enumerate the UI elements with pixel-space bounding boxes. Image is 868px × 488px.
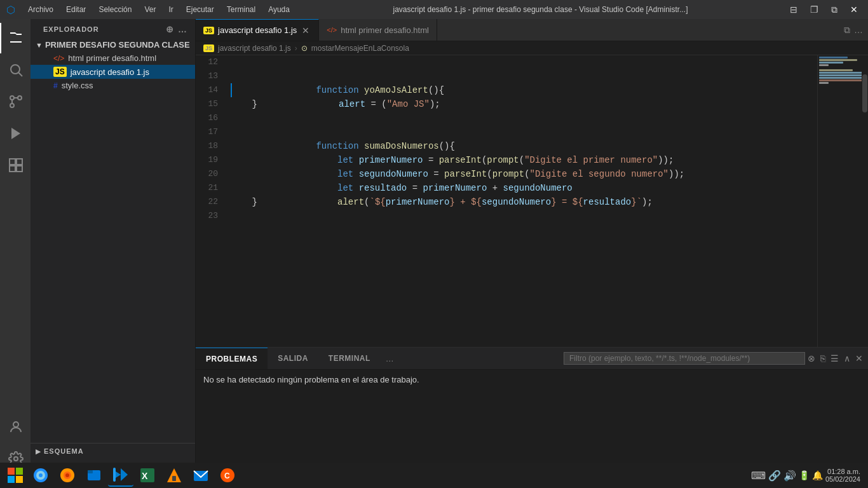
extensions-icon[interactable]: [0, 150, 31, 180]
vscode-logo-icon: ⬡: [6, 4, 15, 16]
panel-layout-icon[interactable]: ☰: [831, 353, 839, 363]
split-editor-icon[interactable]: ⧉: [844, 25, 850, 36]
taskbar-files-icon[interactable]: [81, 464, 107, 487]
menu-archivo[interactable]: Archivo: [23, 4, 58, 15]
taskbar-mail-icon[interactable]: [188, 464, 214, 487]
sidebar-file-css[interactable]: # style.css: [31, 79, 195, 92]
menu-ir[interactable]: Ir: [163, 4, 178, 15]
taskbar-vscode-icon[interactable]: [108, 464, 133, 487]
minimap-line-7: [819, 72, 867, 74]
menu-terminal[interactable]: Terminal: [222, 4, 261, 15]
close-button[interactable]: ✕: [846, 3, 862, 17]
tmpl-close2-21: }: [551, 197, 556, 207]
taskbar-vlc-icon[interactable]: [161, 464, 187, 487]
menu-ver[interactable]: Ver: [139, 4, 161, 15]
taskbar-time[interactable]: 01:28 a.m. 05/02/2024: [825, 468, 860, 483]
breadcrumb-sep: ›: [295, 44, 297, 53]
minimap-scrollbar[interactable]: [862, 55, 868, 347]
panel-close-icon[interactable]: ✕: [855, 353, 863, 363]
tmpl-eq-21: =: [557, 197, 573, 207]
tmpl-dollar3-21: ${: [573, 197, 583, 207]
maximize-button[interactable]: ❐: [806, 3, 822, 17]
minimap-scrollbar-thumb[interactable]: [862, 74, 867, 112]
svg-point-12: [13, 422, 18, 427]
op-eq-18: =: [423, 155, 438, 165]
menu-seleccion[interactable]: Selección: [93, 4, 137, 15]
taskbar-excel-icon[interactable]: X: [135, 464, 160, 487]
breadcrumb-file[interactable]: javascript desafio 1.js: [218, 44, 291, 53]
search-icon[interactable]: [0, 55, 31, 85]
run-debug-icon[interactable]: [0, 118, 31, 149]
code-content[interactable]: function yoAmoJsAlert(){ alert = ("Amo J…: [224, 55, 817, 347]
start-button[interactable]: [3, 464, 28, 487]
panel-tab-terminal[interactable]: TERMINAL: [318, 348, 381, 369]
line-num-13: 13: [196, 69, 218, 83]
menu-ayuda[interactable]: Ayuda: [263, 4, 295, 15]
sidebar-file-js[interactable]: JS javascript desafio 1.js: [31, 65, 195, 79]
svg-rect-21: [8, 476, 15, 483]
taskbar-browser-icon[interactable]: [28, 464, 53, 487]
filter-icon[interactable]: ⊗: [808, 353, 815, 363]
svg-rect-20: [16, 468, 23, 475]
menu-editar[interactable]: Editar: [61, 4, 91, 15]
tab-html[interactable]: </> html primer desafio.html: [319, 19, 437, 41]
fn-alert-21: alert: [337, 197, 364, 207]
tmpl-var1-21: primerNumero: [386, 197, 450, 207]
sidebar-file-html-label: html primer desafio.html: [68, 53, 156, 63]
panel-expand-icon[interactable]: ∧: [844, 353, 850, 363]
more-tabs-icon[interactable]: …: [854, 25, 863, 35]
panel: PROBLEMAS SALIDA TERMINAL … ⊗ ⎘ ☰ ∧ ✕: [196, 347, 868, 474]
indent-14: [296, 99, 339, 109]
explorer-title: EXPLORADOR: [43, 25, 99, 33]
tab-js-close[interactable]: ✕: [301, 24, 311, 37]
code-editor[interactable]: 12 13 14 15 16 17 18 19 20 21 22 23: [196, 55, 868, 347]
svg-rect-8: [10, 159, 15, 165]
indent-21: [295, 197, 337, 207]
source-control-icon[interactable]: [0, 86, 31, 117]
breadcrumb-symbol[interactable]: mostarMensajeEnLaConsola: [311, 44, 409, 53]
taskbar-volume-icon[interactable]: 🔊: [783, 470, 796, 482]
explorer-icon[interactable]: [0, 23, 31, 53]
code-line-17: function sumaDosNumeros(){: [231, 125, 817, 139]
taskbar-notification-icon[interactable]: 🔔: [812, 470, 823, 480]
taskbar-network-icon: 🔗: [768, 470, 781, 482]
taskbar-app-icon[interactable]: C: [215, 464, 240, 487]
indent-18: [295, 155, 337, 165]
panel-tab-more[interactable]: …: [381, 348, 399, 369]
copy-icon[interactable]: ⎘: [820, 353, 825, 363]
taskbar-firefox-icon[interactable]: [55, 464, 80, 487]
title-bar-left: ⬡ Archivo Editar Selección Ver Ir Ejecut…: [6, 4, 295, 16]
tmpl-end-21: `: [637, 197, 642, 207]
account-icon[interactable]: [0, 412, 31, 442]
new-file-icon[interactable]: ⊕: [166, 24, 174, 34]
sidebar-esquema[interactable]: ▶ ESQUEMA: [31, 444, 195, 459]
js-file-icon: JS: [53, 67, 67, 77]
breadcrumb: JS javascript desafio 1.js › ⊙ mostarMen…: [196, 41, 868, 55]
esquema-arrow-icon: ▶: [36, 448, 41, 455]
sidebar-file-html[interactable]: </> html primer desafio.html: [31, 51, 195, 65]
minimize-button[interactable]: ⊟: [786, 3, 801, 17]
panel-tab-problemas[interactable]: PROBLEMAS: [196, 348, 268, 369]
tab-js-label: javascript desafio 1.js: [218, 25, 297, 35]
code-line-23: [231, 209, 817, 223]
menu-ejecutar[interactable]: Ejecutar: [181, 4, 219, 15]
svg-rect-11: [17, 166, 22, 172]
minimap-line-6: [819, 69, 853, 71]
split-icon[interactable]: ⧉: [827, 3, 841, 17]
taskbar-battery-icon: 🔋: [799, 470, 810, 480]
svg-point-0: [11, 65, 20, 74]
minimap-line-8: [819, 74, 867, 76]
code-line-16: [231, 111, 817, 125]
panel-tab-salida[interactable]: SALIDA: [268, 348, 318, 369]
indent-22: [231, 197, 252, 207]
minimap-line-10: [819, 79, 867, 81]
var-resultado-20: resultado: [359, 183, 407, 193]
fn-parseint-19: parseInt: [444, 169, 487, 179]
sidebar-folder[interactable]: ▼ PRIMER DESAFIO SEGUNDA CLASE: [31, 38, 195, 51]
panel-filter-input[interactable]: [564, 352, 805, 365]
folder-arrow-icon: ▼: [36, 41, 43, 49]
tmpl-var2-21: segundoNumero: [482, 197, 551, 207]
tab-js[interactable]: JS javascript desafio 1.js ✕: [196, 19, 319, 41]
editor-panel-container: 12 13 14 15 16 17 18 19 20 21 22 23: [196, 55, 868, 474]
more-actions-icon[interactable]: …: [178, 24, 187, 34]
